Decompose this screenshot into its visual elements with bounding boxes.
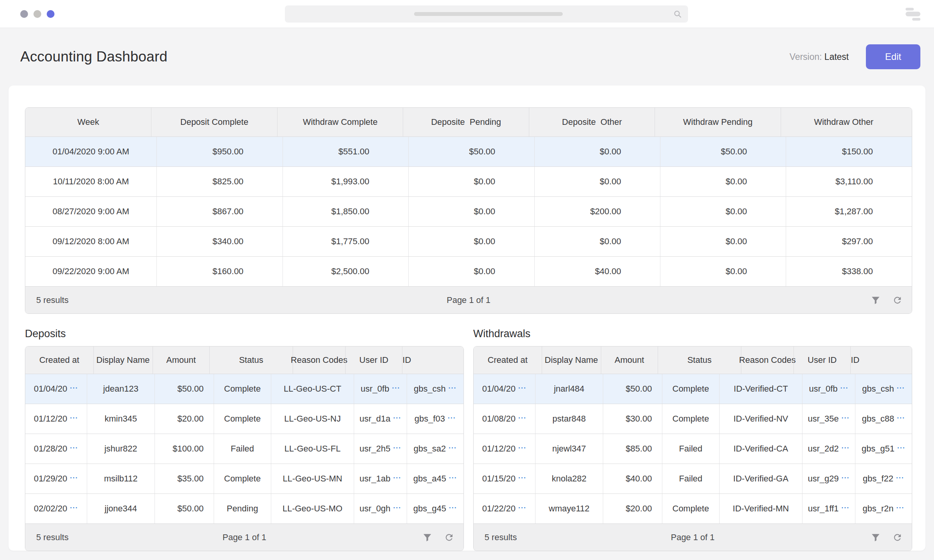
cell-id: gbs_csh··· (855, 374, 912, 404)
column-header[interactable]: Deposit Complete (151, 108, 277, 136)
browser-chrome (0, 0, 934, 28)
column-header[interactable]: Withdraw Pending (655, 108, 780, 136)
cell-deposit-complete: $160.00 (156, 257, 282, 286)
cell-withdraw-other: $338.00 (786, 257, 911, 286)
cell-reason-codes: LL-Geo-US-MO (271, 494, 354, 523)
cell-deposit-other: $0.00 (534, 227, 660, 256)
truncation-ellipsis-icon: ··· (393, 474, 401, 482)
column-header[interactable]: Week (25, 108, 151, 136)
table-row[interactable]: 02/02/20··· jjone344 $50.00 Pending LL-G… (25, 494, 463, 523)
cell-user-id: usr_35e··· (802, 404, 855, 434)
cell-week: 08/27/2020 9:00 AM (25, 197, 156, 226)
column-header[interactable]: Reason Codes (293, 346, 345, 374)
column-header[interactable]: Amount (601, 346, 658, 374)
window-dot-1[interactable] (20, 10, 28, 18)
table-row[interactable]: 01/04/20··· jdean123 $50.00 Complete LL-… (25, 374, 463, 404)
filter-icon[interactable] (871, 295, 881, 305)
cell-amount: $20.00 (154, 404, 214, 434)
cell-status: Complete (662, 494, 719, 523)
column-header[interactable]: Reason Codes (741, 346, 794, 374)
cell-deposit-pending: $0.00 (408, 167, 534, 196)
truncation-ellipsis-icon: ··· (840, 384, 848, 392)
truncation-ellipsis-icon: ··· (393, 414, 401, 422)
column-header[interactable]: User ID (345, 346, 402, 374)
withdrawals-table-body: 01/04/20··· jnarl484 $50.00 Complete ID-… (474, 374, 912, 523)
column-header[interactable]: ID (850, 346, 859, 374)
truncation-ellipsis-icon: ··· (518, 504, 527, 512)
search-icon[interactable] (673, 10, 682, 18)
table-row[interactable]: 01/22/20··· wmaye112 $20.00 Complete ID-… (474, 494, 912, 523)
cell-amount: $100.00 (154, 434, 214, 464)
table-row[interactable]: 10/11/2020 8:00 AM $825.00 $1,993.00 $0.… (25, 166, 912, 196)
cell-withdraw-other: $3,110.00 (786, 167, 911, 196)
column-header[interactable]: Deposite Other (529, 108, 655, 136)
cell-deposit-pending: $0.00 (408, 227, 534, 256)
layers-icon[interactable] (906, 8, 920, 21)
table-row[interactable]: 09/22/2020 9:00 AM $160.00 $2,500.00 $0.… (25, 256, 912, 286)
cell-id: gbs_a45··· (407, 464, 463, 494)
truncation-ellipsis-icon: ··· (393, 504, 401, 512)
column-header[interactable]: Display Name (93, 346, 153, 374)
window-dot-2[interactable] (33, 10, 41, 18)
cell-withdraw-complete: $2,500.00 (283, 257, 408, 286)
cell-amount: $85.00 (603, 434, 662, 464)
cell-withdraw-other: $150.00 (786, 137, 911, 166)
edit-button[interactable]: Edit (866, 44, 920, 69)
cell-deposit-complete: $340.00 (156, 227, 282, 256)
cell-display-name: jshur822 (87, 434, 155, 464)
truncation-ellipsis-icon: ··· (70, 384, 78, 392)
refresh-icon[interactable] (444, 532, 454, 542)
refresh-icon[interactable] (892, 295, 902, 305)
cell-created-at: 01/04/20··· (474, 374, 535, 404)
table-row[interactable]: 01/15/20··· knola282 $40.00 Failed ID-Ve… (474, 464, 912, 494)
filter-icon[interactable] (422, 532, 432, 542)
table-row[interactable]: 01/04/20··· jnarl484 $50.00 Complete ID-… (474, 374, 912, 404)
truncation-ellipsis-icon: ··· (518, 444, 527, 452)
column-header[interactable]: Status (658, 346, 741, 374)
cell-amount: $30.00 (603, 404, 662, 434)
column-header[interactable]: Status (209, 346, 293, 374)
cell-id: gbs_g45··· (407, 494, 463, 523)
table-row[interactable]: 01/04/2020 9:00 AM $950.00 $551.00 $50.0… (25, 136, 912, 166)
column-header[interactable]: Amount (153, 346, 209, 374)
table-row[interactable]: 01/12/20··· kmin345 $20.00 Complete LL-G… (25, 404, 463, 434)
column-header[interactable]: Created at (25, 346, 93, 374)
column-header[interactable]: Withdraw Other (781, 108, 906, 136)
column-header[interactable]: ID (402, 346, 411, 374)
table-row[interactable]: 01/12/20··· njewl347 $85.00 Failed ID-Ve… (474, 434, 912, 464)
cell-withdraw-pending: $0.00 (660, 257, 786, 286)
filter-icon[interactable] (871, 532, 881, 542)
withdrawals-section: Withdrawals Created at Display Name Amou… (473, 328, 912, 551)
cell-withdraw-other: $297.00 (786, 227, 911, 256)
table-row[interactable]: 09/12/2020 8:00 AM $340.00 $1,775.00 $0.… (25, 226, 912, 256)
truncation-ellipsis-icon: ··· (393, 444, 401, 452)
cell-created-at: 01/15/20··· (474, 464, 535, 494)
column-header[interactable]: User ID (794, 346, 850, 374)
browser-address-bar[interactable] (285, 5, 688, 23)
table-row[interactable]: 01/29/20··· msilb112 $35.00 Complete LL-… (25, 464, 463, 494)
cell-reason-codes: ID-Verified-CA (719, 434, 802, 464)
column-header[interactable]: Display Name (542, 346, 601, 374)
cell-created-at: 01/12/20··· (474, 434, 535, 464)
weekly-table-header: Week Deposit Complete Withdraw Complete … (25, 108, 912, 136)
window-dot-3[interactable] (47, 10, 54, 18)
table-row[interactable]: 01/28/20··· jshur822 $100.00 Failed LL-G… (25, 434, 463, 464)
table-row[interactable]: 01/08/20··· pstar848 $30.00 Complete ID-… (474, 404, 912, 434)
column-header[interactable]: Withdraw Complete (277, 108, 403, 136)
cell-created-at: 02/02/20··· (25, 494, 87, 523)
table-row[interactable]: 08/27/2020 9:00 AM $867.00 $1,850.00 $0.… (25, 196, 912, 226)
truncation-ellipsis-icon: ··· (897, 384, 905, 392)
cell-created-at: 01/22/20··· (474, 494, 535, 523)
cell-user-id: usr_0fb··· (802, 374, 855, 404)
column-header[interactable]: Deposite Pending (403, 108, 528, 136)
cell-deposit-pending: $0.00 (408, 257, 534, 286)
cell-reason-codes: ID-Verified-GA (719, 464, 802, 494)
truncation-ellipsis-icon: ··· (896, 504, 904, 512)
cell-display-name: pstar848 (535, 404, 603, 434)
refresh-icon[interactable] (892, 532, 902, 542)
cell-user-id: usr_0gh··· (354, 494, 406, 523)
column-header[interactable]: Created at (474, 346, 542, 374)
cell-status: Complete (214, 464, 270, 494)
deposits-section: Deposits Created at Display Name Amount … (25, 328, 464, 551)
cell-display-name: msilb112 (87, 464, 155, 494)
